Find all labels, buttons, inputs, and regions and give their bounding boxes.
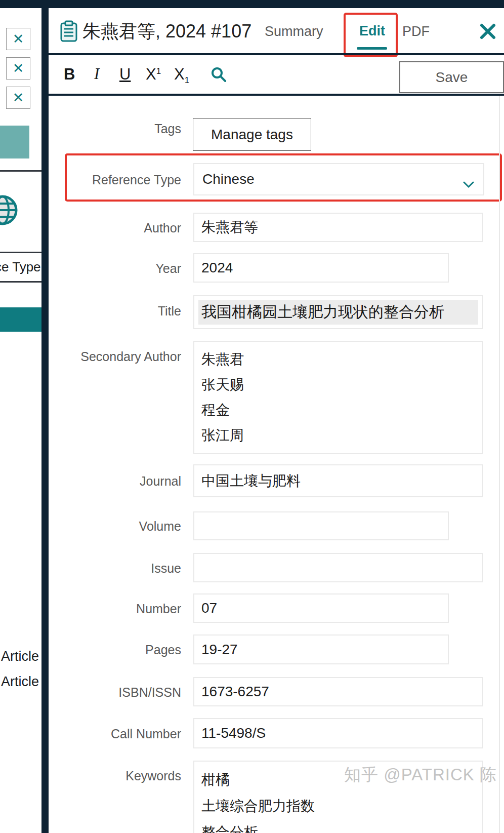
field-label-author: Author [30,221,181,235]
record-title: 朱燕君等, 2024 #107 [82,19,251,44]
tab-pdf[interactable]: PDF [402,24,430,39]
field-label-volume: Volume [30,519,181,534]
bold-button[interactable]: B [64,66,75,82]
field-label-keywords: Keywords [30,769,181,783]
field-label-pages: Pages [30,643,181,657]
search-button[interactable] [211,66,227,85]
divider [0,170,41,172]
header-divider [49,53,504,55]
title-highlighted-text: 我国柑橘园土壤肥力现状的整合分析 [198,300,478,325]
close-icon: ✕ [13,62,24,75]
tab-summary[interactable]: Summary [265,24,323,39]
title-input[interactable]: 我国柑橘园土壤肥力现状的整合分析 [193,295,483,329]
field-label-call-number: Call Number [30,727,181,741]
year-input[interactable]: 2024 [193,253,449,283]
author-input[interactable]: 朱燕君等 [193,213,483,242]
field-label-issue: Issue [30,561,181,576]
divider [0,252,41,253]
reference-edit-panel: ✕ ✕ ✕ ce Type Article Article 朱燕君等, 2024… [0,0,504,833]
number-input[interactable]: 07 [193,593,449,623]
annotation-highlight-edit-tab [344,13,398,57]
window-top-bar [0,0,504,8]
subscript-button[interactable]: X1 [174,66,189,85]
divider [0,281,41,283]
clipboard-icon [60,20,78,45]
volume-input[interactable] [193,511,449,540]
globe-icon [0,194,18,228]
field-label-secondary-author: Secondary Author [30,349,181,364]
field-label-journal: Journal [30,474,181,489]
superscript-button[interactable]: X1 [146,66,161,82]
secondary-author-input[interactable]: 朱燕君 张天赐 程金 张江周 [193,341,483,454]
close-button[interactable]: ✕ [6,57,30,80]
scrollbar-track[interactable] [499,96,500,833]
underline-button[interactable]: U [119,66,131,82]
isbn-issn-input[interactable]: 1673-6257 [193,677,483,706]
pages-input[interactable]: 19-27 [193,634,449,664]
color-swatch [0,126,29,158]
watermark: 知乎 @PATRICK 陈 [344,764,497,786]
field-label-year: Year [30,261,181,276]
field-label-tags: Tags [30,122,181,136]
close-icon [479,23,496,40]
journal-input[interactable]: 中国土壤与肥料 [193,464,483,497]
close-panel-button[interactable] [479,23,496,42]
close-icon: ✕ [13,32,24,46]
field-label-isbn-issn: ISBN/ISSN [30,685,181,700]
close-button[interactable]: ✕ [6,87,30,109]
save-button[interactable]: Save [399,61,504,93]
close-button[interactable]: ✕ [6,28,30,50]
close-icon: ✕ [13,91,24,105]
search-icon [211,66,227,83]
field-label-number: Number [30,602,181,616]
toolbar-divider [49,94,504,96]
field-label-title: Title [30,304,181,319]
italic-button[interactable]: I [94,66,99,82]
call-number-input[interactable]: 11-5498/S [193,718,483,748]
annotation-highlight-reference-type [65,153,502,202]
manage-tags-button[interactable]: Manage tags [193,118,311,151]
issue-input[interactable] [193,553,483,582]
